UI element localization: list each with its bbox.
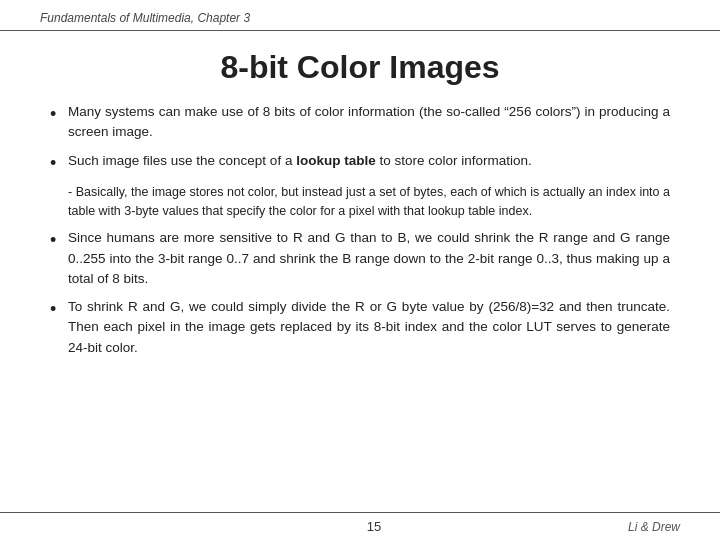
bullet-icon: •	[50, 229, 68, 252]
page-number: 15	[120, 519, 628, 534]
list-item: • Since humans are more sensitive to R a…	[50, 228, 670, 289]
footer: 15 Li & Drew	[0, 512, 720, 540]
bullet2-bold: lookup table	[296, 153, 376, 168]
list-item: • Many systems can make use of 8 bits of…	[50, 102, 670, 143]
bullet-icon: •	[50, 103, 68, 126]
page-title: 8-bit Color Images	[0, 31, 720, 98]
page-container: Fundamentals of Multimedia, Chapter 3 8-…	[0, 0, 720, 540]
bullet-text-3: Since humans are more sensitive to R and…	[68, 228, 670, 289]
bullet2-after: to store color information.	[376, 153, 532, 168]
header-title: Fundamentals of Multimedia, Chapter 3	[40, 11, 250, 25]
list-item: • To shrink R and G, we could simply div…	[50, 297, 670, 358]
bullet-icon: •	[50, 298, 68, 321]
bullet2-before: Such image files use the concept of a	[68, 153, 296, 168]
sub-item-text: - Basically, the image stores not color,…	[68, 185, 670, 218]
sub-list-item: - Basically, the image stores not color,…	[68, 183, 670, 221]
content-area: • Many systems can make use of 8 bits of…	[0, 98, 720, 370]
bullet-text-2: Such image files use the concept of a lo…	[68, 151, 670, 171]
bullet-icon: •	[50, 152, 68, 175]
header: Fundamentals of Multimedia, Chapter 3	[0, 0, 720, 31]
footer-author: Li & Drew	[628, 520, 680, 534]
list-item: • Such image files use the concept of a …	[50, 151, 670, 175]
bullet-text-1: Many systems can make use of 8 bits of c…	[68, 102, 670, 143]
bullet-text-4: To shrink R and G, we could simply divid…	[68, 297, 670, 358]
